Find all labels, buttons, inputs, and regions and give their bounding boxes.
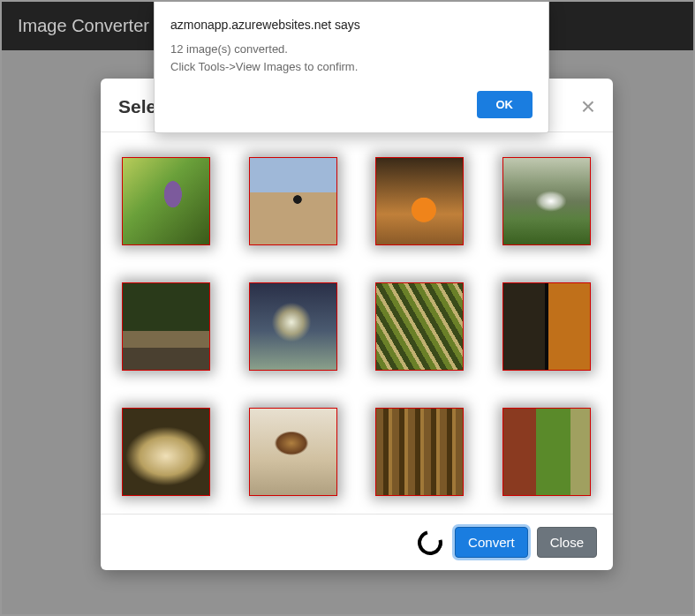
alert-message: 12 image(s) converted. Click Tools->View…: [170, 41, 533, 75]
convert-button[interactable]: Convert: [455, 527, 528, 558]
thumbnail-image: [250, 283, 336, 370]
image-thumbnail[interactable]: [122, 408, 210, 496]
thumbnail-image: [123, 158, 209, 244]
thumbnail-image: [123, 283, 209, 370]
thumbnail-image: [503, 158, 590, 244]
browser-alert: azmonapp.azurewebsites.net says 12 image…: [154, 2, 549, 133]
alert-origin: azmonapp.azurewebsites.net says: [170, 18, 533, 32]
thumbnail-image: [376, 409, 463, 495]
alert-line: Click Tools->View Images to confirm.: [170, 58, 533, 76]
modal-footer: Convert Close: [101, 514, 613, 570]
thumbnail-image: [376, 158, 463, 244]
image-thumbnail[interactable]: [122, 282, 210, 371]
image-thumbnail[interactable]: [502, 157, 591, 245]
thumbnail-image: [250, 409, 336, 495]
select-images-modal: Select Images × Convert Close: [101, 79, 613, 570]
spinner-icon: [413, 525, 447, 559]
image-thumbnail[interactable]: [375, 408, 464, 496]
alert-actions: OK: [170, 91, 533, 118]
image-grid: [118, 157, 595, 496]
thumbnail-image: [376, 283, 463, 370]
close-button[interactable]: Close: [537, 527, 597, 558]
image-thumbnail[interactable]: [122, 157, 210, 245]
app-title: Image Converter: [18, 16, 149, 36]
image-thumbnail[interactable]: [375, 157, 464, 245]
modal-body: [101, 132, 613, 514]
image-thumbnail[interactable]: [249, 157, 337, 245]
close-icon[interactable]: ×: [581, 94, 595, 119]
alert-line: 12 image(s) converted.: [170, 41, 533, 58]
image-thumbnail[interactable]: [502, 408, 591, 496]
thumbnail-image: [250, 158, 336, 244]
image-thumbnail[interactable]: [375, 282, 464, 371]
thumbnail-image: [503, 409, 590, 495]
thumbnail-image: [503, 283, 590, 370]
image-thumbnail[interactable]: [249, 408, 337, 496]
thumbnail-image: [123, 409, 209, 495]
image-thumbnail[interactable]: [502, 282, 591, 371]
ok-button[interactable]: OK: [477, 91, 533, 118]
image-thumbnail[interactable]: [249, 282, 337, 371]
